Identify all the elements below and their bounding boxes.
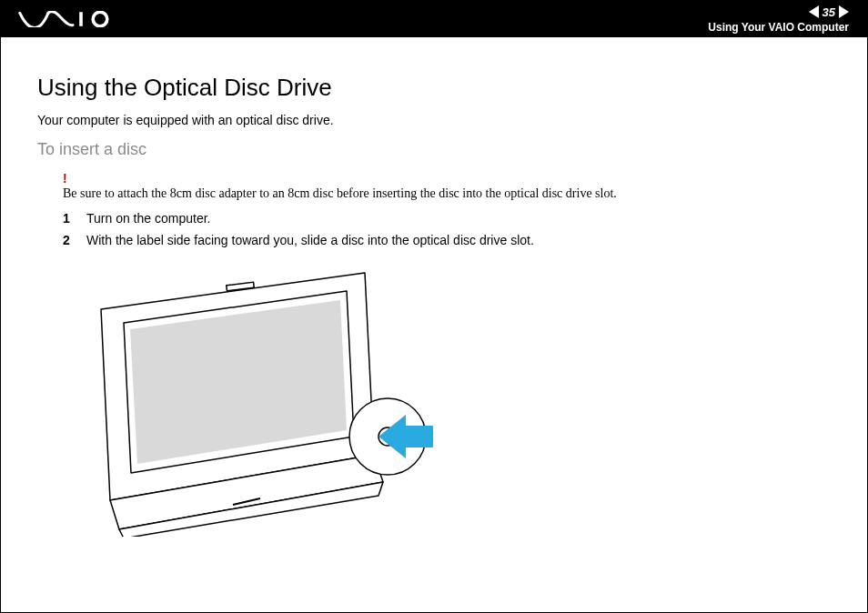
list-item: 1 Turn on the computer. bbox=[63, 211, 831, 226]
svg-point-1 bbox=[93, 12, 107, 26]
step-number: 2 bbox=[63, 233, 74, 247]
warning-icon: ! bbox=[63, 172, 831, 185]
header-right: 35 Using Your VAIO Computer bbox=[708, 5, 849, 34]
vaio-logo bbox=[17, 11, 117, 27]
page-number: 35 bbox=[823, 5, 835, 19]
list-item: 2 With the label side facing toward you,… bbox=[63, 233, 831, 247]
page-content: Using the Optical Disc Drive Your comput… bbox=[1, 37, 867, 540]
warning-text: Be sure to attach the 8cm disc adapter t… bbox=[63, 186, 617, 200]
prev-page-icon[interactable] bbox=[809, 5, 819, 18]
step-text: With the label side facing toward you, s… bbox=[86, 233, 534, 247]
disc-insert-illustration bbox=[74, 264, 831, 540]
steps-list: 1 Turn on the computer. 2 With the label… bbox=[37, 211, 831, 247]
pager: 35 bbox=[809, 5, 849, 19]
page-title: Using the Optical Disc Drive bbox=[37, 74, 831, 102]
step-number: 1 bbox=[63, 211, 74, 226]
document-page: 35 Using Your VAIO Computer Using the Op… bbox=[0, 0, 868, 613]
page-header: 35 Using Your VAIO Computer bbox=[1, 1, 867, 37]
svg-rect-0 bbox=[79, 12, 83, 26]
subsection-title: To insert a disc bbox=[37, 140, 831, 159]
next-page-icon[interactable] bbox=[839, 5, 849, 18]
warning-block: ! Be sure to attach the 8cm disc adapter… bbox=[37, 172, 831, 202]
step-text: Turn on the computer. bbox=[86, 211, 210, 226]
intro-text: Your computer is equipped with an optica… bbox=[37, 113, 831, 127]
section-name: Using Your VAIO Computer bbox=[708, 21, 849, 34]
